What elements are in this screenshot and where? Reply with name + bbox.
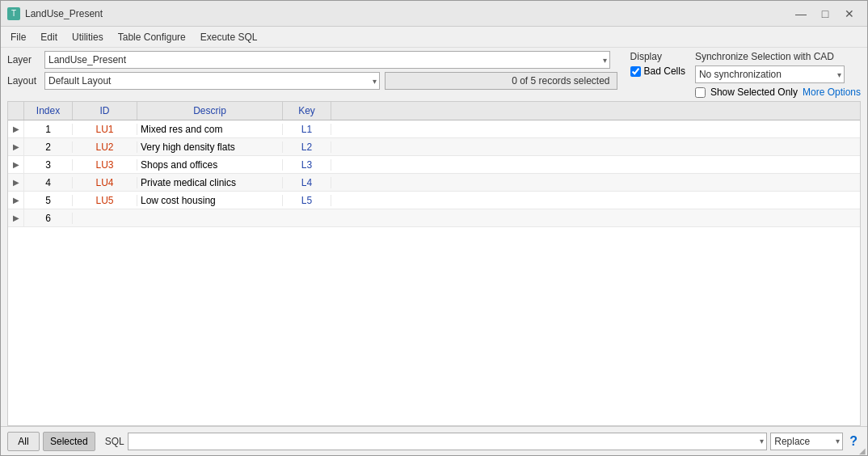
col-key-header: Key: [283, 102, 331, 120]
layout-select[interactable]: Default Layout: [45, 73, 128, 89]
row-id-1: LU1: [73, 124, 137, 135]
row-descrip-5: Low cost housing: [137, 195, 283, 206]
col-id-header: ID: [73, 102, 137, 120]
row-descrip-3: Shops and offices: [137, 159, 283, 171]
row-key-2: L2: [283, 141, 331, 153]
show-selected-row: Show Selected Only More Options: [695, 87, 861, 98]
row-id-2: LU2: [73, 141, 137, 153]
row-expand-3[interactable]: ▶: [8, 156, 24, 173]
layout-label: Layout: [7, 75, 40, 87]
layout-combo[interactable]: Default Layout: [44, 72, 380, 90]
app-icon-label: T: [11, 9, 16, 18]
row-index-3: 3: [24, 159, 73, 171]
row-index-6: 6: [24, 213, 73, 224]
menu-utilities[interactable]: Utilities: [65, 29, 110, 45]
sync-panel: Synchronize Selection with CAD No synchr…: [695, 51, 861, 98]
row-expand-4[interactable]: ▶: [8, 174, 24, 191]
row-expand-6[interactable]: ▶: [8, 209, 24, 226]
close-button[interactable]: ✕: [838, 4, 861, 23]
layer-combo[interactable]: LandUse_Present: [44, 51, 610, 69]
row-descrip-2: Very high density flats: [137, 141, 283, 153]
sql-input-combo[interactable]: [128, 433, 768, 450]
bad-cells-label: Bad Cells: [644, 65, 685, 77]
table-row[interactable]: ▶ 6: [8, 209, 860, 227]
layer-label: Layer: [7, 54, 40, 65]
table-row[interactable]: ▶ 4 LU4 Private medical clinics L4: [8, 174, 860, 192]
resize-handle[interactable]: ◢: [857, 445, 867, 455]
menu-edit[interactable]: Edit: [34, 29, 64, 45]
display-label: Display: [630, 51, 685, 62]
sql-select[interactable]: [129, 433, 148, 450]
col-rest-header: [331, 102, 860, 120]
table-row[interactable]: ▶ 5 LU5 Low cost housing L5: [8, 192, 860, 209]
right-panel: Display Bad Cells Synchronize Selection …: [630, 51, 861, 98]
more-options-link[interactable]: More Options: [803, 87, 861, 98]
sql-label: SQL: [105, 436, 124, 447]
row-expand-1[interactable]: ▶: [8, 120, 24, 137]
sync-select[interactable]: No synchronization Synchronize selection…: [696, 66, 810, 82]
row-id-4: LU4: [73, 177, 137, 188]
table-header: Index ID Descrip Key: [8, 102, 860, 120]
main-table: Index ID Descrip Key ▶ 1 LU1 Mixed res a…: [7, 101, 861, 426]
row-descrip-4: Private medical clinics: [137, 177, 283, 188]
table-row[interactable]: ▶ 3 LU3 Shops and offices L3: [8, 156, 860, 174]
selected-button[interactable]: Selected: [43, 432, 95, 451]
minimize-button[interactable]: —: [790, 4, 812, 23]
statusbar: All Selected SQL Replace ?: [1, 426, 867, 455]
show-selected-checkbox[interactable]: [695, 87, 706, 98]
row-key-5: L5: [283, 195, 331, 206]
window-controls: — □ ✕: [790, 4, 861, 23]
bad-cells-row: Bad Cells: [630, 65, 685, 77]
menu-file[interactable]: File: [4, 29, 32, 45]
records-selected-badge: 0 of 5 records selected: [385, 72, 617, 90]
sync-combo[interactable]: No synchronization Synchronize selection…: [695, 65, 845, 83]
table-row[interactable]: ▶ 2 LU2 Very high density flats L2: [8, 138, 860, 156]
row-index-1: 1: [24, 124, 73, 135]
row-descrip-1: Mixed res and com: [137, 124, 283, 135]
menu-execute-sql[interactable]: Execute SQL: [194, 29, 264, 45]
window-title: LandUse_Present: [25, 8, 103, 19]
replace-combo[interactable]: Replace: [770, 433, 843, 450]
row-key-3: L3: [283, 159, 331, 171]
toolbar: Layer LandUse_Present Layout Default Lay…: [1, 48, 867, 101]
row-key-4: L4: [283, 177, 331, 188]
menu-table-configure[interactable]: Table Configure: [112, 29, 192, 45]
menubar: File Edit Utilities Table Configure Exec…: [1, 27, 867, 48]
bad-cells-checkbox[interactable]: [630, 66, 641, 77]
table-body: ▶ 1 LU1 Mixed res and com L1 ▶ 2 LU2 Ver…: [8, 120, 860, 425]
col-expand-header: [8, 102, 24, 120]
row-key-1: L1: [283, 124, 331, 135]
sync-label: Synchronize Selection with CAD: [695, 51, 861, 62]
row-expand-2[interactable]: ▶: [8, 138, 24, 155]
col-descrip-header: Descrip: [137, 102, 283, 120]
row-expand-5[interactable]: ▶: [8, 192, 24, 209]
row-index-2: 2: [24, 141, 73, 153]
display-panel: Display Bad Cells: [630, 51, 685, 77]
row-id-3: LU3: [73, 159, 137, 171]
app-icon: T: [7, 7, 20, 20]
show-selected-label: Show Selected Only: [710, 87, 798, 98]
titlebar: T LandUse_Present — □ ✕: [1, 1, 867, 27]
row-index-5: 5: [24, 195, 73, 206]
replace-select[interactable]: Replace: [771, 433, 827, 450]
layer-select[interactable]: LandUse_Present: [45, 52, 143, 68]
col-index-header: Index: [24, 102, 73, 120]
row-id-5: LU5: [73, 195, 137, 206]
row-index-4: 4: [24, 177, 73, 188]
all-button[interactable]: All: [7, 432, 40, 451]
table-row[interactable]: ▶ 1 LU1 Mixed res and com L1: [8, 120, 860, 138]
maximize-button[interactable]: □: [814, 4, 836, 23]
